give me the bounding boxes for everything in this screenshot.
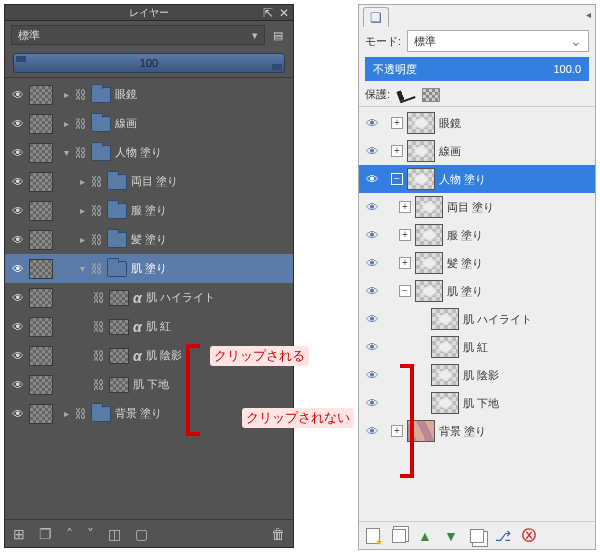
visibility-icon[interactable]: 👁	[11, 349, 25, 363]
visibility-icon[interactable]: 👁	[363, 144, 381, 159]
close-icon[interactable]: ✕	[277, 6, 291, 20]
layer-row[interactable]: 👁▸⛓眼鏡	[5, 80, 293, 109]
move-up-icon[interactable]: ˄	[66, 526, 73, 542]
layer-row[interactable]: 👁+両目 塗り	[359, 193, 595, 221]
layer-icon	[109, 348, 129, 364]
visibility-icon[interactable]: 👁	[11, 320, 25, 334]
visibility-icon[interactable]: 👁	[11, 291, 25, 305]
duplicate-layer-icon[interactable]	[469, 528, 485, 544]
lock-icon[interactable]: ⛓	[91, 262, 103, 276]
layer-label: 肌 紅	[463, 340, 488, 355]
layer-row[interactable]: 👁+眼鏡	[359, 109, 595, 137]
lock-alpha-icon[interactable]	[422, 88, 440, 102]
expand-icon[interactable]: −	[391, 173, 403, 185]
panel-titlebar[interactable]: レイヤー ⇱ ✕	[5, 5, 293, 21]
layer-row[interactable]: 👁−人物 塗り	[359, 165, 595, 193]
layer-row[interactable]: 👁+線画	[359, 137, 595, 165]
visibility-icon[interactable]: 👁	[363, 116, 381, 131]
layer-tree[interactable]: 👁▸⛓眼鏡👁▸⛓線画👁▾⛓人物 塗り👁▸⛓両目 塗り👁▸⛓服 塗り👁▸⛓髪 塗り…	[5, 77, 293, 519]
move-down-icon[interactable]: ▼	[443, 528, 459, 544]
lock-icon[interactable]: ⛓	[75, 117, 87, 131]
layer-row[interactable]: 👁▾⛓人物 塗り	[5, 138, 293, 167]
expand-icon[interactable]: ▸	[61, 118, 71, 129]
visibility-icon[interactable]: 👁	[11, 262, 25, 276]
visibility-icon[interactable]: 👁	[363, 200, 381, 215]
visibility-icon[interactable]: 👁	[363, 284, 381, 299]
visibility-icon[interactable]: 👁	[363, 312, 381, 327]
expand-icon[interactable]: ▾	[61, 147, 71, 158]
expand-icon[interactable]: ▸	[61, 89, 71, 100]
visibility-icon[interactable]: 👁	[363, 228, 381, 243]
lock-icon[interactable]: ⛓	[75, 407, 87, 421]
lock-icon[interactable]: ⛓	[93, 291, 105, 305]
layer-thumbnail	[29, 143, 53, 163]
layer-row[interactable]: 👁⛓α肌 ハイライト	[5, 283, 293, 312]
visibility-icon[interactable]: 👁	[11, 146, 25, 160]
expand-icon[interactable]: ▸	[77, 176, 87, 187]
delete-layer-icon[interactable]: 🗑	[271, 526, 285, 542]
opacity-slider[interactable]: 不透明度 100.0	[365, 57, 589, 81]
lock-icon[interactable]: ⛓	[75, 146, 87, 160]
expand-icon[interactable]: ▾	[77, 263, 87, 274]
expand-icon[interactable]: ▸	[77, 205, 87, 216]
visibility-icon[interactable]: 👁	[11, 117, 25, 131]
lock-icon[interactable]: ⛓	[91, 175, 103, 189]
options-icon[interactable]: ▤	[269, 26, 287, 44]
lock-pixels-icon[interactable]	[396, 86, 415, 103]
visibility-icon[interactable]: 👁	[363, 172, 381, 187]
visibility-icon[interactable]: 👁	[11, 378, 25, 392]
visibility-icon[interactable]: 👁	[11, 175, 25, 189]
new-group-icon[interactable]: ❐	[39, 526, 52, 542]
visibility-icon[interactable]: 👁	[11, 88, 25, 102]
visibility-icon[interactable]: 👁	[11, 407, 25, 421]
layer-thumbnail	[415, 252, 443, 274]
layer-row[interactable]: 👁▸⛓髪 塗り	[5, 225, 293, 254]
layer-row[interactable]: 👁▸⛓線画	[5, 109, 293, 138]
blend-mode-select[interactable]: 標準	[11, 25, 265, 45]
lock-icon[interactable]: ⛓	[91, 233, 103, 247]
folder-icon	[107, 174, 127, 190]
move-down-icon[interactable]: ˅	[87, 526, 94, 542]
layer-row[interactable]: 👁▾⛓肌 塗り	[5, 254, 293, 283]
layer-row[interactable]: 👁⛓α肌 紅	[5, 312, 293, 341]
lock-icon[interactable]: ⛓	[93, 349, 105, 363]
opacity-slider[interactable]: 100	[13, 53, 285, 73]
lock-icon[interactable]: ⛓	[75, 88, 87, 102]
move-up-icon[interactable]: ▲	[417, 528, 433, 544]
new-layer-icon[interactable]	[365, 528, 381, 544]
expand-icon[interactable]: +	[391, 145, 403, 157]
layers-tab-icon[interactable]: ❏	[363, 7, 389, 27]
expand-icon[interactable]: ▸	[77, 234, 87, 245]
new-group-icon[interactable]	[391, 528, 407, 544]
expand-icon[interactable]: −	[399, 285, 411, 297]
lock-icon[interactable]: ⛓	[91, 204, 103, 218]
expand-icon[interactable]: ▸	[61, 408, 71, 419]
expand-icon[interactable]: +	[399, 201, 411, 213]
delete-layer-icon[interactable]: ⓧ	[521, 528, 537, 544]
panel-menu-icon[interactable]: ◂	[586, 9, 591, 20]
visibility-icon[interactable]: 👁	[363, 256, 381, 271]
blend-mode-select[interactable]: 標準	[407, 30, 589, 52]
layer-row[interactable]: 👁−肌 塗り	[359, 277, 595, 305]
pin-icon[interactable]: ⇱	[261, 6, 275, 20]
visibility-icon[interactable]: 👁	[11, 204, 25, 218]
layer-row[interactable]: 👁▸⛓両目 塗り	[5, 167, 293, 196]
layer-label: 背景 塗り	[439, 424, 486, 439]
new-layer-icon[interactable]: ⊞	[13, 526, 25, 542]
expand-icon[interactable]: +	[399, 257, 411, 269]
visibility-icon[interactable]: 👁	[363, 340, 381, 355]
expand-icon[interactable]: +	[391, 117, 403, 129]
lock-icon[interactable]: ⛓	[93, 320, 105, 334]
clip-icon[interactable]: ◫	[108, 526, 121, 542]
anchor-layer-icon[interactable]: ⎇	[495, 528, 511, 544]
folder-icon	[91, 406, 111, 422]
layer-row[interactable]: 👁+服 塗り	[359, 221, 595, 249]
mask-icon[interactable]: ▢	[135, 526, 148, 542]
layer-row[interactable]: 👁▸⛓服 塗り	[5, 196, 293, 225]
lock-icon[interactable]: ⛓	[93, 378, 105, 392]
layer-row[interactable]: 👁肌 ハイライト	[359, 305, 595, 333]
expand-icon[interactable]: +	[399, 229, 411, 241]
layer-row[interactable]: 👁+髪 塗り	[359, 249, 595, 277]
visibility-icon[interactable]: 👁	[11, 233, 25, 247]
layer-row[interactable]: 👁肌 紅	[359, 333, 595, 361]
